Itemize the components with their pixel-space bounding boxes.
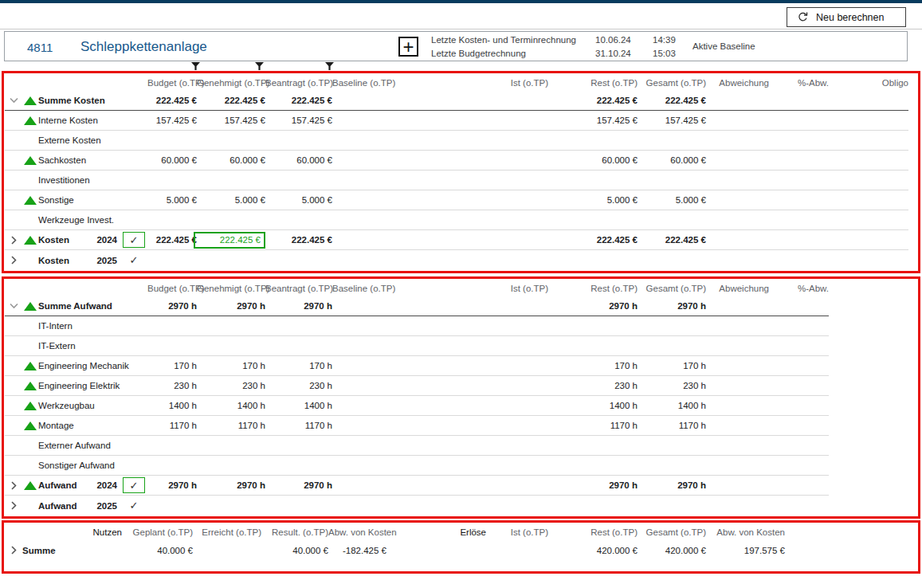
table-row[interactable]: Sonstige5.000 €5.000 €5.000 €5.000 €5.00… <box>5 190 908 210</box>
table-row[interactable]: Summe Kosten222.425 €222.425 €222.425 €2… <box>5 91 908 111</box>
chevron-down-icon[interactable] <box>5 96 22 106</box>
table-row[interactable]: Werkzeugbau1400 h1400 h1400 h1400 h1400 … <box>5 396 829 416</box>
year-checkbox[interactable]: ✓ <box>123 477 145 493</box>
year-checkbox[interactable]: ✓ <box>123 232 145 248</box>
value-cell: 222.425 € <box>265 235 332 245</box>
trend-up-icon <box>22 382 38 390</box>
table-header-row: Budget (o.TP)Genehmigt (o.TP)Beantragt (… <box>5 74 908 91</box>
table-row[interactable]: IT-Extern <box>5 336 829 356</box>
value-cell: 157.425 € <box>548 116 638 125</box>
chevron-right-icon[interactable] <box>5 545 22 555</box>
value-cell: 5.000 € <box>197 195 265 205</box>
column-header: Genehmigt (o.TP) <box>197 78 265 88</box>
column-header: Gesamt (o.TP) <box>638 284 706 293</box>
column-header: Erreicht (o.TP) <box>193 527 261 537</box>
benefits-table: NutzenGeplant (o.TP)Erreicht (o.TP)Resul… <box>5 523 918 560</box>
refresh-icon <box>797 11 809 23</box>
table-row[interactable]: Externe Kosten <box>5 131 908 151</box>
value-cell: 60.000 € <box>265 155 332 165</box>
table-row[interactable]: Externer Aufwand <box>5 436 829 456</box>
table-row[interactable]: Summe Aufwand2970 h2970 h2970 h2970 h297… <box>5 296 829 316</box>
column-header: Genehmigt (o.TP) <box>197 284 265 293</box>
value-cell: 170 h <box>638 361 706 370</box>
row-label: Montage <box>38 421 147 430</box>
row-label: Interne Kosten <box>38 116 147 125</box>
chevron-right-icon[interactable] <box>5 500 22 511</box>
last-budget-calc-time: 15:03 <box>653 49 683 58</box>
column-header: Gesamt (o.TP) <box>638 527 706 537</box>
value-cell: 2970 h <box>147 301 197 311</box>
filter-icon-budget[interactable] <box>190 62 201 71</box>
value-cell: 170 h <box>147 361 197 370</box>
last-budget-calc-date: 31.10.24 <box>595 49 645 58</box>
column-header: Beantragt (o.TP) <box>265 78 332 88</box>
row-label: Aufwand <box>38 501 96 511</box>
table-row[interactable]: IT-Intern <box>5 316 829 336</box>
value-cell: 230 h <box>265 381 332 390</box>
row-label: Externe Kosten <box>38 135 147 145</box>
table-row[interactable]: Werkzeuge Invest. <box>5 210 908 230</box>
column-header: Rest (o.TP) <box>548 284 638 293</box>
value-cell: 157.425 € <box>265 116 332 125</box>
table-row[interactable]: Kosten2025✓ <box>5 250 908 270</box>
value-cell: 420.000 € <box>638 546 706 555</box>
last-budget-calc-label: Letzte Budgetrechnung <box>431 49 590 58</box>
chevron-down-icon[interactable] <box>5 301 22 312</box>
table-row[interactable]: Interne Kosten157.425 €157.425 €157.425 … <box>5 111 908 131</box>
filter-icon-genehmigt[interactable] <box>254 62 265 71</box>
chevron-right-icon[interactable] <box>5 235 22 245</box>
table-row[interactable]: Sachkosten60.000 €60.000 €60.000 €60.000… <box>5 151 908 171</box>
column-header: Rest (o.TP) <box>548 527 638 537</box>
row-label: Sonstiger Aufwand <box>38 461 147 470</box>
trend-up-icon <box>22 236 38 245</box>
value-cell: 60.000 € <box>197 155 265 165</box>
table-row[interactable]: Investitionen <box>5 171 908 190</box>
value-cell: 2970 h <box>638 480 706 490</box>
table-row[interactable]: Aufwand2024✓2970 h2970 h2970 h2970 h2970… <box>5 476 829 496</box>
column-header: Rest (o.TP) <box>548 78 638 88</box>
checkmark-icon: ✓ <box>123 498 145 514</box>
column-header: Ist (o.TP) <box>486 527 548 537</box>
value-cell: 2970 h <box>548 480 638 490</box>
value-cell: 230 h <box>638 381 706 390</box>
value-cell: 5.000 € <box>147 195 197 205</box>
filter-icon-beantragt[interactable] <box>324 62 335 71</box>
add-icon[interactable]: + <box>398 37 418 57</box>
column-header: %-Abw. <box>769 78 829 88</box>
table-row[interactable]: Montage1170 h1170 h1170 h1170 h1170 h <box>5 416 829 436</box>
value-cell: 60.000 € <box>638 155 706 165</box>
value-cell: 420.000 € <box>548 546 638 555</box>
column-header: Geplant (o.TP) <box>122 527 193 537</box>
costs-section: Budget (o.TP)Genehmigt (o.TP)Beantragt (… <box>2 71 920 273</box>
value-cell: 40.000 € <box>122 546 193 555</box>
table-row[interactable]: Kosten2024✓222.425 €222.425 €222.425 €22… <box>5 230 908 250</box>
last-cost-calc-date: 10.06.24 <box>595 35 645 45</box>
value-cell: 222.425 € <box>197 96 265 105</box>
row-label: Sonstige <box>38 195 147 205</box>
value-cell: 2970 h <box>265 301 332 311</box>
year-label: 2024 <box>96 480 117 490</box>
value-cell: 230 h <box>147 381 197 390</box>
value-cell: 2970 h <box>638 301 706 311</box>
table-row[interactable]: Sonstiger Aufwand <box>5 456 829 476</box>
column-header: Baseline (o.TP) <box>332 78 388 88</box>
table-row[interactable]: Aufwand2025✓ <box>5 496 829 515</box>
recalculate-button[interactable]: Neu berechnen <box>787 7 906 27</box>
value-cell: 222.425 € <box>548 96 638 105</box>
trend-up-icon <box>22 156 38 165</box>
value-cell: 230 h <box>197 381 265 390</box>
chevron-right-icon[interactable] <box>5 480 22 491</box>
value-cell: 5.000 € <box>548 195 638 205</box>
value-cell: 2970 h <box>265 480 332 490</box>
column-header: Ist (o.TP) <box>388 78 548 88</box>
value-cell: 1170 h <box>197 421 265 430</box>
trend-up-icon <box>22 116 38 125</box>
table-row[interactable]: Engineering Mechanik170 h170 h170 h170 h… <box>5 356 829 376</box>
chevron-right-icon[interactable] <box>5 255 22 265</box>
column-header: Abweichung <box>706 78 769 88</box>
value-cell: 222.425 € <box>265 96 332 105</box>
trend-up-icon <box>22 421 38 430</box>
table-row[interactable]: Summe40.000 €40.000 €-182.425 €420.000 €… <box>5 540 785 560</box>
table-row[interactable]: Engineering Elektrik230 h230 h230 h230 h… <box>5 376 829 396</box>
editable-value-field[interactable]: 222.425 € <box>194 232 265 249</box>
